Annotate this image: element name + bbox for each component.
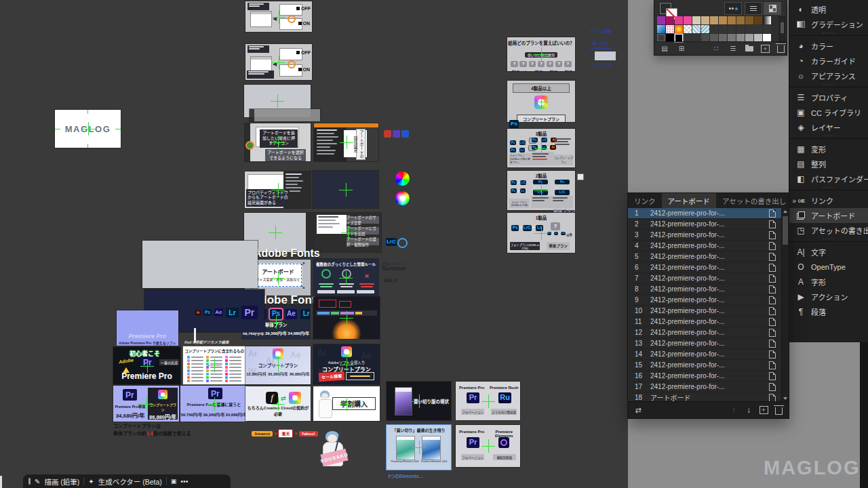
artboard-fonts-card[interactable]: f ⇄ もちろんCreative Cloudの契約が必要 (245, 386, 311, 421)
artboard-row[interactable]: 102412-premiere-pro-for-... (628, 306, 782, 317)
draw-pencil-button[interactable]: 描画 (鉛筆) (44, 476, 79, 487)
swatch-pat-teal[interactable] (701, 25, 709, 33)
swatch-color[interactable] (728, 16, 736, 24)
artboard-scrollbar[interactable] (781, 208, 789, 402)
artboard-name[interactable]: 2412-premiere-pro-for-... (650, 220, 769, 228)
artboard-name[interactable]: 2412-premiere-pro-for-... (650, 383, 769, 390)
swatch-empty[interactable] (710, 25, 718, 33)
artboard-name[interactable]: 2412-premiere-pro-for-... (650, 361, 769, 369)
page-icon[interactable] (769, 274, 776, 283)
swatch-empty[interactable] (754, 25, 762, 33)
swatch-color[interactable] (684, 16, 692, 24)
cc-libraries-sync-button[interactable] (724, 2, 742, 15)
artboard-name[interactable]: 2412-premiere-pro-for-... (650, 307, 769, 314)
generative-vector-button[interactable]: 生成ベクター (Beta) (98, 476, 162, 487)
page-icon[interactable] (769, 307, 776, 315)
swatch-grid[interactable] (657, 16, 778, 43)
screenshot-strip[interactable] (250, 109, 320, 121)
artboard-gakuwari-card[interactable]: 学割購入 (313, 386, 380, 421)
artboard-row[interactable]: 12412-premiere-pro-for-... (628, 208, 782, 219)
delete-artboard-button[interactable] (771, 406, 786, 415)
page-icon[interactable] (769, 329, 776, 337)
artboard-kaikiri-now[interactable]: 買い切り版の現状 (387, 382, 451, 420)
artboard-pr-elements[interactable]: Premiere Pro Premiere Elements Pr フルバージョ… (456, 425, 520, 467)
artboard-name[interactable]: 2412-premiere-pro-for-... (650, 318, 769, 325)
artboard-plan-2[interactable]: 2製品 Ps+LrC Ps+Lr Ps+LrC+Lr Ps+LrC+ フォトプラ… (507, 171, 575, 210)
artboard-name[interactable]: 2412-premiere-pro-for-... (650, 350, 769, 358)
tab-links[interactable]: リンク (628, 193, 662, 208)
artboard-kaikiri-last[interactable]: 「買い切り」最後の生き残り Photoshop Elements 2024 Pr… (387, 425, 451, 470)
sidebar-item-color-guide[interactable]: ◔カラーガイド (789, 54, 868, 68)
swatch-color[interactable] (754, 16, 762, 24)
artboard-name[interactable]: 2412-premiere-pro-for-... (650, 231, 769, 239)
artboard-name[interactable]: 2412-premiere-pro-for-... (650, 274, 769, 282)
swatch-color[interactable] (692, 16, 701, 24)
new-color-group-icon[interactable] (745, 46, 753, 52)
artboard-row[interactable]: 62412-premiere-pro-for-... (628, 262, 782, 273)
swatch-empty[interactable] (728, 25, 736, 33)
swatch-color[interactable] (736, 16, 745, 24)
app-icon-purple[interactable] (393, 130, 400, 138)
rakuten-button[interactable]: 楽天 (278, 429, 293, 438)
artboard-plan-question[interactable]: 結局どのプランを買えばいいの？ 使いたい製品数別 ?? ?? ?? ? 4製品以… (507, 37, 575, 71)
artboard-maglog-logo[interactable]: MAGLOG (55, 110, 121, 148)
color-wheel-pastel[interactable] (395, 191, 410, 205)
artboard-price-right[interactable]: Pr Premiere Proを普通に買うと 59,760円/年39,360円/… (180, 386, 248, 422)
lrc-app-icon[interactable]: LrC (386, 238, 397, 246)
swatch-color[interactable] (745, 16, 753, 24)
artboard-tutorial-add[interactable]: アートボードを追加したい場合に押すアイコン アートボードを選択できるようになる (245, 123, 311, 161)
sidebar-item-properties[interactable]: ☰プロパティ (789, 90, 868, 105)
yahoo-button[interactable]: Yahoo! (299, 431, 318, 436)
artboard-row[interactable]: 172412-premiere-pro-for-... (628, 382, 782, 392)
page-icon[interactable] (769, 383, 776, 391)
rearrange-artboards-icon[interactable]: ⇄ (631, 406, 646, 415)
artboard-row[interactable]: 122412-premiere-pro-for-... (628, 327, 782, 338)
tab-overflow-icon[interactable]: » (792, 197, 796, 205)
artboard-row[interactable]: 22412-premiere-pro-for-... (628, 219, 782, 230)
artboard-row[interactable]: 162412-premiere-pro-for-... (628, 371, 782, 382)
page-icon[interactable] (769, 209, 776, 218)
sidebar-item-paragraph[interactable]: ¶段落 (789, 304, 868, 319)
swatches-scrollbar[interactable] (779, 16, 785, 43)
artboard-plan-4plus[interactable]: 4製品以上 コンプリートプラン (507, 81, 575, 122)
swatch-checker[interactable] (684, 25, 692, 33)
artboard-plan-3[interactable]: 3製品 Ps+LrC+ Ps+LrC+Ai Ps+Lr+ Ps+Lr+Ai フォ… (507, 129, 575, 167)
artboard-pr-ru[interactable]: Premiere Pro Premiere Rush Pr Ru フルバージョン… (456, 382, 520, 420)
artboard-dialog-shot[interactable]: アートボードのサイズ変更 アートボードにガイドを追加 アートボードの選択・複数操… (314, 213, 381, 252)
page-icon[interactable] (769, 220, 776, 228)
artboard-onoff-1[interactable]: ◀ OFF ON (245, 1, 312, 32)
page-icon[interactable] (769, 231, 776, 239)
artboard-ccplan-card[interactable]: Ar Ai Ae W コンプリートプラン 12,380円/月93,360円/年8… (245, 346, 311, 384)
page-icon[interactable] (769, 350, 776, 359)
delete-swatch-button[interactable] (777, 45, 785, 53)
swatch-libraries-icon[interactable]: ▤ (660, 45, 669, 53)
swatch-sync-icon[interactable]: ⊞ (677, 45, 686, 53)
swatch-empty[interactable] (763, 25, 771, 33)
artboard-row[interactable]: 142412-premiere-pro-for-... (628, 349, 782, 360)
swatch-color[interactable] (710, 16, 718, 24)
artboard-sale-card[interactable]: Ar Ae W Adobeソフト全部入り コンプリートプラン セール情報 (313, 344, 380, 384)
artboard-included-card[interactable]: コンプリートプランに含まれるもの (183, 346, 245, 384)
page-icon[interactable] (769, 264, 776, 272)
artboard-row[interactable]: 18アートボード (628, 392, 782, 402)
swatch-pat-blue[interactable] (692, 25, 701, 33)
artboard-row[interactable]: 132412-premiere-pro-for-... (628, 338, 782, 349)
artboard-name[interactable]: 2412-premiere-pro-for-... (650, 372, 769, 380)
page-icon[interactable] (769, 372, 776, 380)
swatch-empty[interactable] (736, 25, 745, 33)
artboard-row[interactable]: 92412-premiere-pro-for-... (628, 295, 782, 306)
artboard-navy-1[interactable] (313, 171, 378, 208)
artboard-name[interactable]: 2412-premiere-pro-for-... (650, 264, 769, 271)
artboard-row[interactable]: 152412-premiere-pro-for-... (628, 360, 782, 371)
artboard-name[interactable]: アートボード (650, 392, 769, 402)
artboard-plan-1[interactable]: 1製品 Ps+LrC+Lr ? Ps+Lr+LrC 以外 フォトプラン(20GB… (507, 213, 575, 253)
sidebar-item-artboards[interactable]: アートボード (789, 208, 868, 223)
artboard-price-left[interactable]: Pr Premiere Pro単体 34,680円/年 コンプリートプラン 86… (113, 386, 179, 422)
swatch-color[interactable] (666, 16, 674, 24)
artboard-row[interactable]: 52412-premiere-pro-for-... (628, 251, 782, 262)
page-icon[interactable] (769, 242, 776, 250)
new-artboard-button[interactable]: + (756, 406, 771, 414)
swatch-color[interactable] (657, 16, 665, 24)
panel-toggle-icon[interactable]: ▣ (171, 478, 177, 485)
sidebar-item-transparency[interactable]: ◐透明 (789, 2, 868, 17)
